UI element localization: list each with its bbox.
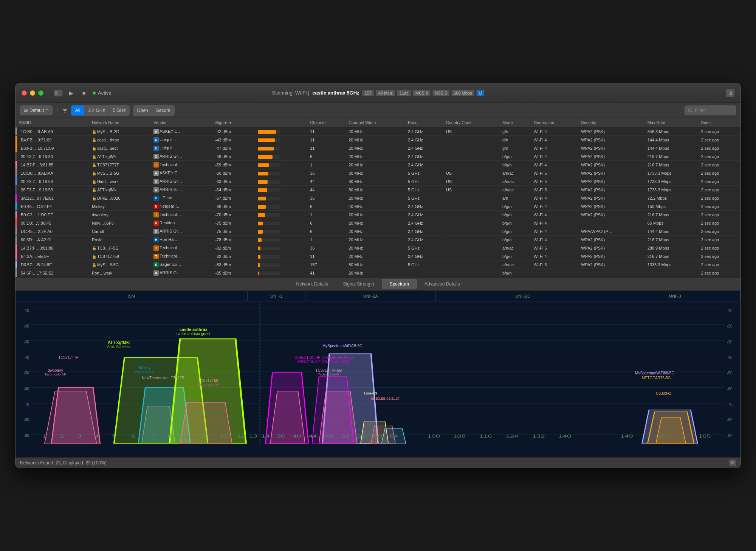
cell-country: US (443, 169, 499, 177)
table-row[interactable]: 20:F3:7…9:19:50 🔒ATTixgfMkl XARRIS Gr… -… (15, 152, 741, 161)
col-vendor[interactable]: Vendor (150, 118, 212, 127)
filter-2.4ghz[interactable]: 2.4 GHz (84, 106, 109, 115)
col-rate[interactable]: Max Rate (644, 118, 698, 127)
col-channel[interactable]: Channel (307, 118, 345, 127)
cell-band: 5 GHz (404, 169, 443, 177)
cell-band: 2.4 GHz (404, 252, 443, 261)
maximize-button[interactable] (38, 90, 43, 96)
row-color-indicator (15, 161, 17, 169)
cell-gen (530, 269, 578, 277)
col-name[interactable]: Network Name (88, 118, 150, 127)
cell-name: 🔒castl…uest (88, 144, 150, 152)
vendor-badge: T (153, 212, 159, 217)
cell-mode: b/g/n (499, 219, 531, 227)
cell-gen: Wi-Fi 4 (530, 127, 578, 136)
cell-name: dwoolery (88, 211, 150, 219)
cell-rate: 144.4 Mbps (644, 227, 698, 236)
table-row[interactable]: 1C:B0:…8:AB:A9 🔒MyS…B-2G AASKEY C… -42 d… (15, 127, 741, 136)
u-badge: U (476, 90, 484, 96)
cell-mode: a/n/ac (499, 169, 531, 177)
minimize-button[interactable] (30, 90, 35, 96)
filter-5ghz[interactable]: 5 GHz (109, 106, 129, 115)
stop-button[interactable]: ■ (80, 89, 88, 97)
col-signal[interactable]: Signal ▼ (212, 118, 253, 127)
table-row[interactable]: 3A:22:…97:7E:61 🔒DIRE…8020 HHP Inc. -67 … (15, 194, 741, 202)
tab-spectrum[interactable]: Spectrum (382, 279, 417, 289)
lock-icon: 🔒 (92, 180, 96, 184)
table-row[interactable]: 60:6D:…A:A2:91 Rosie HHon Hai… -78 dBm 1… (15, 236, 741, 244)
cell-name: 🔒ATTixgfMkl (88, 152, 150, 161)
filter-input[interactable] (695, 108, 733, 113)
cell-bssid: E0:46:…C:92:F4 (15, 202, 88, 211)
col-bssid[interactable]: BSSID (15, 118, 88, 127)
table-row[interactable]: 00:D0:…5:86:F5 New…86F5 RResideo -75 dBm… (15, 219, 741, 227)
table-row[interactable]: 54:6F:…17:5E:52 Port…work XARRIS Gr… -85… (15, 269, 741, 277)
col-band[interactable]: Band (404, 118, 443, 127)
cell-signal-bar (253, 152, 307, 161)
table-row[interactable]: B4:2A:…EE:5F 🔒TC8717T59 TTechnicol… -82 … (15, 252, 741, 261)
table-row[interactable]: B4:FB:…0:71:09 🔒castl…thrax UUbiquiti… -… (15, 136, 741, 144)
cell-country (443, 194, 499, 202)
vendor-badge: U (153, 137, 159, 143)
expand-button[interactable]: ⊞ (726, 89, 734, 97)
network-table-container: BSSID Network Name Vendor Signal ▼ Chann… (15, 118, 741, 277)
tab-signal-strength[interactable]: Signal Strength (336, 279, 382, 289)
cell-mode: a/n/ac (499, 186, 531, 194)
svg-text:140: 140 (559, 434, 572, 438)
filter-open[interactable]: Open (133, 106, 152, 115)
cell-vendor: XARRIS Gr… (150, 269, 212, 277)
rate-badge: 600 Mbps (451, 90, 474, 96)
row-color-indicator (15, 169, 17, 177)
svg-line-7 (691, 111, 692, 112)
cell-country: US (443, 127, 499, 136)
filter-box[interactable] (685, 106, 736, 115)
table-row[interactable]: 1C:B0:…8:AB:AA 🔒MyS…B-5G AASKEY C… -60 d… (15, 169, 741, 177)
play-button[interactable]: ▶ (67, 89, 75, 97)
table-row[interactable]: B0:C2:…1:D0:EE dwoolery TTechnicol… -70 … (15, 211, 741, 219)
cell-name: Rosie (88, 236, 150, 244)
table-row[interactable]: 20:F3:7…9:19:53 🔒Hidd…work XARRIS Gr… -6… (15, 177, 741, 186)
cell-vendor: SSagemco… (150, 261, 212, 269)
close-button[interactable] (22, 90, 27, 96)
col-width[interactable]: Channel Width (345, 118, 405, 127)
table-row[interactable]: 14:B7:F…3:81:86 🔒TC8…F-5G TTechnicol… -8… (15, 244, 741, 252)
tab-advanced-details[interactable]: Advanced Details (417, 279, 467, 289)
sidebar-toggle-icon[interactable] (54, 90, 62, 96)
filter-all[interactable]: All (71, 106, 84, 115)
cell-band: 2.4 GHz (404, 161, 443, 169)
cell-band: 5 GHz (404, 177, 443, 186)
svg-text:11: 11 (220, 434, 228, 438)
table-row[interactable]: D0:57:…B:24:8F 🔒MyS…8-5G SSagemco… -83 d… (15, 261, 741, 269)
row-color-indicator (15, 177, 17, 185)
filter-secure[interactable]: Secure (152, 106, 174, 115)
y-label--20: -20 (24, 324, 29, 328)
statusbar-expand-button[interactable]: ⊞ (729, 459, 736, 466)
lock-icon: 🔒 (92, 146, 96, 151)
table-row[interactable]: 26:F3:7…9:19:53 🔒ATTixgfMkl XARRIS Gr… -… (15, 186, 741, 194)
cell-bssid: 54:6F:…17:5E:52 (15, 269, 88, 277)
svg-text:149: 149 (620, 434, 633, 438)
cell-width: 80 MHz (345, 177, 405, 186)
col-country[interactable]: Country Code (443, 118, 499, 127)
svg-text:2: 2 (60, 434, 64, 438)
cell-name: 🔒TC8…F-5G (88, 244, 150, 252)
cell-signal-bar (253, 244, 307, 252)
table-row[interactable]: DC:45:…2:2F:A0 Carroll XARRIS Gr… -75 dB… (15, 227, 741, 236)
col-security[interactable]: Security (578, 118, 644, 127)
cell-mode: g/n (499, 127, 531, 136)
table-row[interactable]: B6:FB:…10:71:09 🔒castl…uest UUbiquiti… -… (15, 144, 741, 152)
cell-seen: 2 sec ago (698, 227, 741, 236)
cell-mode: b/g/n (499, 202, 531, 211)
default-label: Default (29, 108, 44, 113)
cell-rate: 72.2 Mbps (644, 194, 698, 202)
tab-network-details[interactable]: Network Details (289, 279, 336, 289)
table-row[interactable]: E0:46:…C:92:F4 Mickey NNetgear I… -68 dB… (15, 202, 741, 211)
svg-text:8: 8 (167, 434, 172, 438)
table-row[interactable]: 14:B7:F…3:81:85 🔒TC8717T7F TTechnicol… -… (15, 161, 741, 169)
default-select[interactable]: Default ⌃ (20, 106, 53, 115)
col-seen[interactable]: Seen (698, 118, 741, 127)
y-label-r--60: -60 (727, 387, 732, 391)
col-gen[interactable]: Generation (530, 118, 578, 127)
col-mode[interactable]: Mode (499, 118, 531, 127)
cell-channel: 11 (307, 136, 345, 144)
